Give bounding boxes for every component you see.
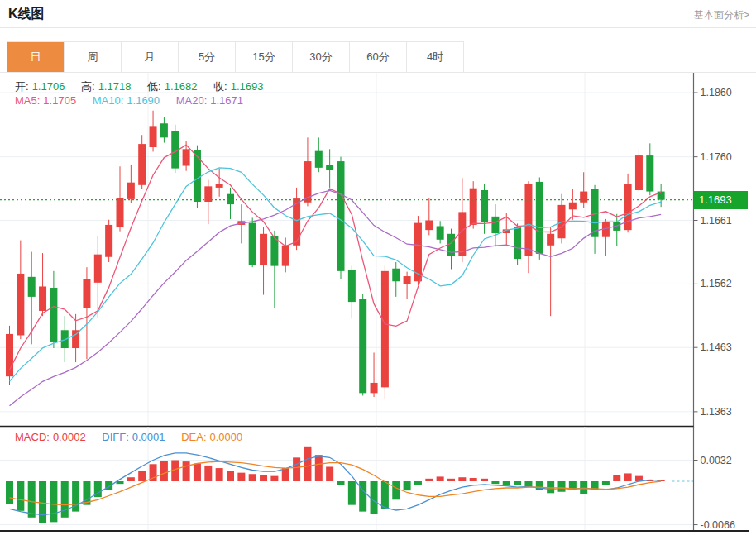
price-tick-label: 1.1860 <box>701 87 732 98</box>
candle-body <box>105 225 112 257</box>
candle-body <box>580 192 587 203</box>
candle-body <box>635 155 643 190</box>
close-label: 收: <box>213 80 227 93</box>
candle-body <box>94 255 102 283</box>
candle-body <box>547 234 554 246</box>
ma20-value: 1.1671 <box>210 94 243 107</box>
low-label: 低: <box>147 80 161 93</box>
tab-月[interactable]: 月 <box>122 42 179 72</box>
macd-bar <box>249 474 256 481</box>
macd-bar <box>204 466 212 481</box>
macd-bar <box>293 457 300 481</box>
candle-body <box>524 184 532 256</box>
price-tick-label: 1.1562 <box>701 278 732 289</box>
price-tick-label: 1.1363 <box>701 406 732 418</box>
candle-body <box>514 227 521 259</box>
ma5-line <box>10 145 662 370</box>
macd-bar <box>183 461 190 481</box>
macd-bar <box>6 481 13 504</box>
tab-日[interactable]: 日 <box>7 42 65 72</box>
macd-bar <box>524 481 532 486</box>
macd-bar <box>326 466 333 481</box>
macd-bar <box>315 455 323 481</box>
candle-body <box>624 184 632 230</box>
candle-body <box>160 123 168 137</box>
tab-60分[interactable]: 60分 <box>350 42 407 72</box>
macd-bar <box>28 481 36 518</box>
macd-bar <box>613 475 620 481</box>
macd-label: MACD: <box>15 431 50 443</box>
macd-tick-label: 0.0032 <box>701 455 732 466</box>
macd-bar <box>348 481 356 505</box>
macd-bar <box>237 473 245 481</box>
macd-bar <box>260 475 267 481</box>
candle-body <box>6 334 13 376</box>
macd-bar <box>624 473 632 481</box>
macd-bar <box>138 471 146 481</box>
ohlc-legend: 开:1.1706 高:1.1718 低:1.1682 收:1.1693 <box>15 79 266 94</box>
page-title: K线图 <box>8 6 45 23</box>
candle-body <box>260 234 267 265</box>
macd-bar <box>194 464 201 481</box>
ma5-label: MA5: <box>15 94 40 107</box>
macd-bar <box>425 479 433 481</box>
kline-app: K线图 基本面分析> 日周月5分15分30分60分4时 开:1.1706 高:1… <box>0 0 756 535</box>
candle-body <box>315 151 323 168</box>
price-tick-label: 1.1760 <box>701 151 732 163</box>
macd-bar <box>381 481 389 509</box>
high-label: 高: <box>81 80 95 93</box>
ma5-value: 1.1705 <box>43 94 76 107</box>
tab-30分[interactable]: 30分 <box>293 42 350 72</box>
macd-bar <box>127 477 135 481</box>
macd-bar <box>50 481 57 522</box>
macd-bar <box>282 468 289 481</box>
header: K线图 基本面分析> <box>0 0 756 28</box>
macd-tick-label: -0.0066 <box>701 519 735 531</box>
dea-label: DEA: <box>181 431 206 443</box>
candle-body <box>83 279 90 308</box>
main-candlestick-chart[interactable]: 1.18601.17601.16611.15621.14631.1363 <box>0 73 756 428</box>
fundamental-analysis-link[interactable]: 基本面分析> <box>694 8 749 22</box>
macd-bar <box>304 447 311 481</box>
tab-15分[interactable]: 15分 <box>236 42 293 72</box>
open-value: 1.1706 <box>32 80 65 93</box>
ma10-label: MA10: <box>93 94 124 107</box>
macd-bar <box>17 481 24 511</box>
candle-body <box>458 212 466 256</box>
tab-周[interactable]: 周 <box>65 42 122 72</box>
ma20-label: MA20: <box>176 94 208 107</box>
candle-body <box>227 194 234 204</box>
candle-body <box>381 271 389 388</box>
macd-bar <box>414 481 422 485</box>
macd-value: 0.0002 <box>53 431 86 443</box>
macd-bar <box>491 481 499 484</box>
candle-body <box>183 149 190 165</box>
macd-bar <box>437 476 444 481</box>
tab-4时[interactable]: 4时 <box>407 42 464 72</box>
candle-body <box>28 277 36 297</box>
candle-body <box>150 126 157 147</box>
macd-bar <box>371 481 378 514</box>
low-value: 1.1682 <box>165 80 198 93</box>
macd-bar <box>160 461 168 481</box>
candle-body <box>249 223 256 265</box>
high-value: 1.1718 <box>98 80 132 93</box>
tab-5分[interactable]: 5分 <box>179 42 236 72</box>
candle-body <box>646 155 653 191</box>
macd-bar <box>337 481 345 485</box>
candle-body <box>437 226 444 239</box>
candle-body <box>282 246 289 266</box>
macd-bar <box>392 481 400 499</box>
candle-body <box>348 270 356 302</box>
candle-body <box>117 198 124 227</box>
candle-body <box>50 288 57 342</box>
macd-bar <box>359 481 366 512</box>
open-label: 开: <box>15 80 29 93</box>
candle-body <box>569 203 577 210</box>
candle-body <box>39 286 46 311</box>
candle-body <box>138 144 146 185</box>
macd-bar <box>216 468 223 481</box>
period-tabs: 日周月5分15分30分60分4时 <box>7 41 464 73</box>
candle-body <box>425 221 433 231</box>
current-price-badge: 1.1693 <box>694 191 748 209</box>
